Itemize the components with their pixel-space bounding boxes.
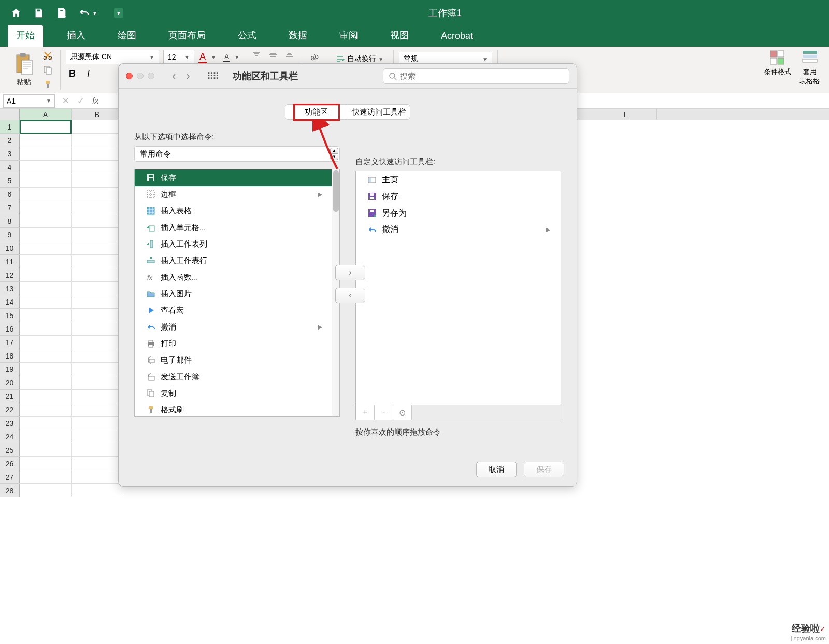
row-header[interactable]: 26 <box>0 457 20 470</box>
cell[interactable] <box>72 309 123 322</box>
stepper-down[interactable]: ▼ <box>330 154 338 160</box>
row-header[interactable]: 28 <box>0 484 20 497</box>
cell[interactable] <box>72 295 123 309</box>
cell[interactable] <box>20 201 72 214</box>
row-header[interactable]: 4 <box>0 161 20 174</box>
add-command-button[interactable]: › <box>335 265 365 280</box>
cell[interactable] <box>72 188 123 201</box>
tab-acrobat[interactable]: Acrobat <box>433 26 481 47</box>
row-header[interactable]: 22 <box>0 403 20 417</box>
cell[interactable] <box>72 241 123 255</box>
col-header-a[interactable]: A <box>20 109 72 120</box>
cell[interactable] <box>72 376 123 390</box>
cell[interactable] <box>72 443 123 457</box>
qat-settings-button[interactable]: ⊙ <box>393 405 412 420</box>
cell[interactable] <box>72 161 123 174</box>
cell[interactable] <box>72 174 123 188</box>
scrollbar-thumb[interactable] <box>333 170 339 212</box>
row-header[interactable]: 17 <box>0 336 20 349</box>
cell[interactable] <box>20 174 72 188</box>
command-item[interactable]: 格式刷 <box>135 402 332 417</box>
command-item[interactable]: 插入工作表行 <box>135 252 332 269</box>
conditional-format-button[interactable]: 条件格式 <box>760 50 795 90</box>
show-all-button[interactable]: ⠿⠿ <box>207 70 218 82</box>
row-header[interactable]: 3 <box>0 147 20 161</box>
cell[interactable] <box>72 349 123 363</box>
cell[interactable] <box>20 457 72 470</box>
qat-item[interactable]: 另存为 <box>356 205 561 221</box>
cell[interactable] <box>20 403 72 417</box>
home-icon[interactable] <box>10 7 22 19</box>
command-item[interactable]: 发送工作簿 <box>135 368 332 385</box>
qat-item[interactable]: 主页 <box>356 171 561 188</box>
row-header[interactable]: 25 <box>0 443 20 457</box>
confirm-formula-button[interactable]: ✓ <box>73 96 88 106</box>
command-item[interactable]: 插入单元格... <box>135 219 332 236</box>
paste-button[interactable]: 粘贴 <box>10 52 37 88</box>
cell[interactable] <box>72 134 123 147</box>
cell[interactable] <box>20 376 72 390</box>
command-item[interactable]: 打印 <box>135 335 332 352</box>
row-header[interactable]: 9 <box>0 228 20 241</box>
command-item[interactable]: 边框▶ <box>135 186 332 203</box>
row-header[interactable]: 23 <box>0 417 20 430</box>
save-button[interactable]: 保存 <box>524 462 564 477</box>
cell[interactable] <box>72 255 123 268</box>
cell[interactable] <box>72 120 123 134</box>
tab-formulas[interactable]: 公式 <box>230 25 265 47</box>
font-grow-button[interactable]: A <box>198 51 207 63</box>
row-header[interactable]: 13 <box>0 282 20 295</box>
cell[interactable] <box>20 417 72 430</box>
cell[interactable] <box>72 322 123 336</box>
seg-ribbon[interactable]: 功能区 <box>285 105 348 119</box>
row-header[interactable]: 1 <box>0 120 20 134</box>
customize-qat-button[interactable]: ▼ <box>114 8 123 18</box>
cell[interactable] <box>20 147 72 161</box>
cell[interactable] <box>72 417 123 430</box>
cell[interactable] <box>72 363 123 376</box>
command-item[interactable]: 保存 <box>135 169 332 186</box>
nav-back-button[interactable]: ‹ <box>172 69 176 83</box>
align-mid-button[interactable] <box>266 50 280 60</box>
search-box[interactable] <box>383 68 569 84</box>
cell[interactable] <box>72 457 123 470</box>
fx-button[interactable]: fx <box>88 96 103 106</box>
cell[interactable] <box>72 282 123 295</box>
command-item[interactable]: 查看宏 <box>135 302 332 319</box>
cut-button[interactable] <box>40 49 55 62</box>
row-header[interactable]: 11 <box>0 255 20 268</box>
cell[interactable] <box>72 336 123 349</box>
cell[interactable] <box>72 470 123 484</box>
cell[interactable] <box>20 295 72 309</box>
cell[interactable] <box>20 336 72 349</box>
row-header[interactable]: 2 <box>0 134 20 147</box>
cell[interactable] <box>72 268 123 282</box>
save-icon[interactable] <box>33 7 45 19</box>
align-bot-button[interactable] <box>283 50 296 60</box>
row-header[interactable]: 7 <box>0 201 20 214</box>
qat-item[interactable]: 保存 <box>356 188 561 205</box>
tab-pagelayout[interactable]: 页面布局 <box>160 25 214 47</box>
row-header[interactable]: 6 <box>0 188 20 201</box>
font-shrink-button[interactable]: A <box>223 52 230 62</box>
cell[interactable] <box>72 484 123 497</box>
cell[interactable] <box>20 363 72 376</box>
cell[interactable] <box>72 228 123 241</box>
cell[interactable] <box>72 214 123 228</box>
tab-data[interactable]: 数据 <box>280 25 316 47</box>
cell[interactable] <box>20 484 72 497</box>
format-painter-button[interactable] <box>40 78 55 91</box>
command-item[interactable]: 撤消▶ <box>135 319 332 335</box>
row-header[interactable]: 12 <box>0 268 20 282</box>
cell[interactable] <box>20 349 72 363</box>
cell[interactable] <box>20 268 72 282</box>
table-format-button[interactable]: 套用 表格格 <box>795 50 824 90</box>
row-header[interactable]: 14 <box>0 295 20 309</box>
row-header[interactable]: 27 <box>0 470 20 484</box>
saveas-icon[interactable] <box>56 7 67 19</box>
row-header[interactable]: 18 <box>0 349 20 363</box>
cell[interactable] <box>20 120 72 134</box>
copy-button[interactable] <box>40 64 55 76</box>
row-header[interactable]: 10 <box>0 241 20 255</box>
orientation-button[interactable]: ab <box>307 52 321 62</box>
